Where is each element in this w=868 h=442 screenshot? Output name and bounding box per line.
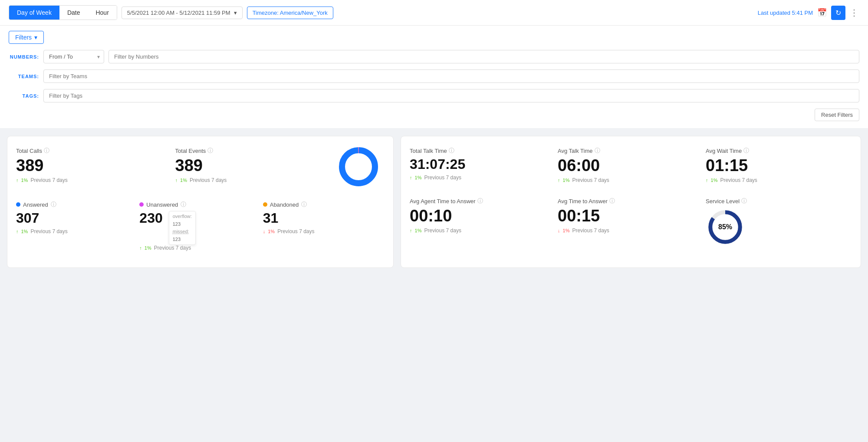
avg-wait-card: Avg Wait Time ⓘ 01:15 ↑ 1% Previous 7 da… — [704, 145, 852, 185]
total-calls-info-icon[interactable]: ⓘ — [44, 147, 49, 155]
teams-filter-input[interactable] — [43, 69, 859, 83]
avg-wait-trend-icon: ↑ — [706, 178, 708, 183]
avg-agent-info-icon[interactable]: ⓘ — [477, 197, 483, 205]
filters-chevron-icon: ▾ — [34, 34, 37, 41]
avg-talk-trend-icon: ↑ — [558, 178, 560, 183]
unanswered-period: Previous 7 days — [154, 245, 191, 251]
reset-filters-button[interactable]: Reset Filters — [815, 109, 859, 121]
answered-value: 307 — [16, 211, 131, 225]
view-tab-group: Day of Week Date Hour — [9, 5, 117, 20]
avg-agent-label: Avg Agent Time to Answer — [410, 198, 476, 205]
avg-talk-card: Avg Talk Time ⓘ 06:00 ↑ 1% Previous 7 da… — [556, 145, 704, 185]
unanswered-card: Unanswered ⓘ 230 overflow: 123 missed: 1… — [138, 199, 261, 253]
avg-time-trend-value: 1% — [563, 228, 570, 233]
unanswered-label: Unanswered — [146, 201, 178, 208]
date-range-text: 5/5/2021 12:00 AM - 5/12/2021 11:59 PM — [127, 10, 230, 16]
total-calls-trend-icon: ↑ — [16, 178, 19, 183]
tab-day-of-week[interactable]: Day of Week — [9, 6, 59, 20]
timezone-text: Timezone: America/New_York — [253, 10, 328, 16]
total-talk-info-icon[interactable]: ⓘ — [449, 147, 454, 155]
total-events-period: Previous 7 days — [190, 177, 227, 183]
avg-talk-info-icon[interactable]: ⓘ — [595, 147, 600, 155]
answered-info-icon[interactable]: ⓘ — [51, 201, 56, 208]
avg-time-trend-icon: ↓ — [558, 228, 560, 233]
avg-wait-label: Avg Wait Time — [706, 148, 742, 154]
last-updated-text: Last updated 5:41 PM — [758, 10, 813, 16]
service-level-info-icon[interactable]: ⓘ — [741, 197, 747, 205]
total-talk-label: Total Talk Time — [410, 148, 447, 154]
answered-dot — [16, 202, 20, 207]
tab-hour[interactable]: Hour — [88, 6, 116, 20]
unanswered-value-row: 230 overflow: 123 missed: 123 — [139, 211, 254, 245]
tags-filter-section: TAGS: — [9, 89, 859, 102]
unanswered-info-icon[interactable]: ⓘ — [181, 201, 186, 208]
avg-agent-card: Avg Agent Time to Answer ⓘ 00:10 ↑ 1% Pr… — [410, 195, 556, 248]
avg-talk-value: 06:00 — [558, 157, 697, 174]
total-calls-trend-value: 1% — [21, 178, 28, 183]
teams-filter-label: TEAMS: — [9, 74, 39, 79]
calendar-icon: 📅 — [817, 8, 827, 17]
overflow-label: overflow: 123 — [173, 213, 192, 228]
right-top-metrics-row: Total Talk Time ⓘ 31:07:25 ↑ 1% Previous… — [410, 145, 852, 185]
reset-filters-section: Reset Filters — [9, 109, 859, 121]
total-calls-label: Total Calls — [16, 148, 42, 154]
service-level-value: 85% — [718, 223, 732, 231]
total-events-trend-icon: ↑ — [175, 178, 178, 183]
avg-agent-trend-icon: ↑ — [410, 228, 412, 233]
filters-label: Filters — [15, 34, 32, 41]
more-options-button[interactable]: ⋮ — [850, 7, 859, 18]
numbers-filter-label: NUMBERS: — [9, 54, 39, 59]
refresh-button[interactable]: ↻ — [831, 6, 845, 20]
avg-time-info-icon[interactable]: ⓘ — [609, 197, 615, 205]
tags-filter-input[interactable] — [43, 89, 859, 102]
main-content: Total Calls ⓘ 389 ↑ 1% Previous 7 days T… — [0, 129, 868, 275]
top-bar-right: Last updated 5:41 PM 📅 ↻ ⋮ — [758, 6, 859, 20]
abandoned-period: Previous 7 days — [277, 228, 314, 234]
avg-wait-info-icon[interactable]: ⓘ — [743, 147, 749, 155]
total-events-card: Total Events ⓘ 389 ↑ 1% Previous 7 days — [174, 145, 333, 188]
unanswered-trend-icon: ↑ — [139, 245, 142, 251]
date-range-picker[interactable]: 5/5/2021 12:00 AM - 5/12/2021 11:59 PM ▾ — [122, 7, 243, 19]
abandoned-trend-icon: ↓ — [263, 229, 266, 234]
unanswered-value: 230 — [139, 211, 162, 225]
timezone-select[interactable]: Timezone: America/New_York — [247, 7, 333, 19]
abandoned-dot — [263, 202, 267, 207]
donut-chart — [337, 145, 380, 188]
answered-card: Answered ⓘ 307 ↑ 1% Previous 7 days — [16, 199, 138, 253]
donut-chart-wrapper — [332, 145, 385, 188]
abandoned-trend-value: 1% — [268, 229, 275, 234]
unanswered-dot — [139, 202, 144, 207]
avg-talk-period: Previous 7 days — [572, 177, 609, 183]
filters-toggle-button[interactable]: Filters ▾ — [9, 31, 44, 44]
total-talk-period: Previous 7 days — [424, 175, 461, 181]
total-calls-card: Total Calls ⓘ 389 ↑ 1% Previous 7 days — [16, 145, 174, 188]
answered-trend-value: 1% — [21, 229, 28, 234]
total-events-value: 389 — [175, 157, 326, 174]
total-talk-value: 31:07:25 — [410, 157, 549, 171]
svg-point-3 — [345, 154, 372, 180]
top-bar: Day of Week Date Hour 5/5/2021 12:00 AM … — [0, 0, 868, 26]
avg-agent-value: 00:10 — [410, 208, 549, 224]
service-level-donut: 85% — [706, 208, 745, 247]
answered-trend-icon: ↑ — [16, 229, 19, 234]
abandoned-label: Abandoned — [270, 201, 299, 208]
avg-talk-trend-value: 1% — [563, 178, 570, 183]
total-talk-trend-icon: ↑ — [410, 175, 412, 180]
total-calls-period: Previous 7 days — [30, 177, 67, 183]
tags-filter-label: TAGS: — [9, 93, 39, 99]
answered-label: Answered — [23, 201, 48, 208]
missed-label: missed: 123 — [173, 228, 192, 243]
unanswered-trend-value: 1% — [145, 245, 151, 251]
abandoned-info-icon[interactable]: ⓘ — [301, 201, 307, 208]
numbers-select-wrap: From / To — [43, 50, 104, 63]
avg-wait-trend-value: 1% — [711, 178, 718, 183]
tab-date[interactable]: Date — [59, 6, 88, 20]
left-card-group: Total Calls ⓘ 389 ↑ 1% Previous 7 days T… — [7, 136, 394, 268]
numbers-select[interactable]: From / To — [43, 50, 104, 63]
total-talk-trend-value: 1% — [415, 175, 422, 180]
avg-time-value: 00:15 — [558, 208, 697, 224]
total-events-info-icon[interactable]: ⓘ — [207, 147, 213, 155]
avg-agent-period: Previous 7 days — [424, 228, 461, 234]
avg-wait-value: 01:15 — [706, 157, 845, 174]
numbers-filter-input[interactable] — [108, 50, 859, 63]
